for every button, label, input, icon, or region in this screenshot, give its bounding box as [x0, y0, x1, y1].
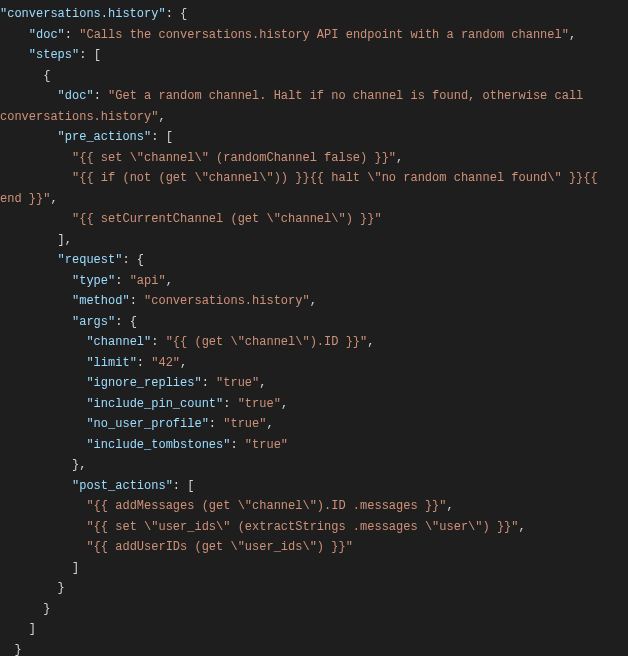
pre-action-1a: "{{ if (not (get \"channel\")) }}{{ halt… — [72, 171, 598, 185]
key-top: "conversations.history" — [0, 7, 166, 21]
key-pre-actions: "pre_actions" — [58, 130, 152, 144]
val-arg-no-user-profile: "true" — [223, 417, 266, 431]
key-arg-ignore-replies: "ignore_replies" — [86, 376, 201, 390]
val-step-doc-b: conversations.history" — [0, 110, 158, 124]
val-arg-channel: "{{ (get \"channel\").ID }}" — [166, 335, 368, 349]
key-step-doc: "doc" — [58, 89, 94, 103]
val-arg-include-tombstones: "true" — [245, 438, 288, 452]
val-method: "conversations.history" — [144, 294, 310, 308]
post-action-2: "{{ addUserIDs (get \"user_ids\") }}" — [86, 540, 352, 554]
key-arg-include-tombstones: "include_tombstones" — [86, 438, 230, 452]
key-steps: "steps" — [29, 48, 79, 62]
code-block: "conversations.history": { "doc": "Calls… — [0, 0, 628, 656]
key-arg-channel: "channel" — [86, 335, 151, 349]
key-arg-limit: "limit" — [86, 356, 136, 370]
post-action-1: "{{ set \"user_ids\" (extractStrings .me… — [86, 520, 518, 534]
pre-action-1b: end }}" — [0, 192, 50, 206]
val-arg-ignore-replies: "true" — [216, 376, 259, 390]
key-arg-include-pin-count: "include_pin_count" — [86, 397, 223, 411]
val-doc: "Calls the conversations.history API end… — [79, 28, 569, 42]
key-method: "method" — [72, 294, 130, 308]
pre-action-2: "{{ setCurrentChannel (get \"channel\") … — [72, 212, 382, 226]
key-arg-no-user-profile: "no_user_profile" — [86, 417, 208, 431]
key-args: "args" — [72, 315, 115, 329]
pre-action-0: "{{ set \"channel\" (randomChannel false… — [72, 151, 396, 165]
key-doc: "doc" — [29, 28, 65, 42]
key-post-actions: "post_actions" — [72, 479, 173, 493]
val-arg-limit: "42" — [151, 356, 180, 370]
val-arg-include-pin-count: "true" — [238, 397, 281, 411]
key-request: "request" — [58, 253, 123, 267]
key-type: "type" — [72, 274, 115, 288]
val-step-doc-a: "Get a random channel. Halt if no channe… — [108, 89, 583, 103]
val-type: "api" — [130, 274, 166, 288]
post-action-0: "{{ addMessages (get \"channel\").ID .me… — [86, 499, 446, 513]
